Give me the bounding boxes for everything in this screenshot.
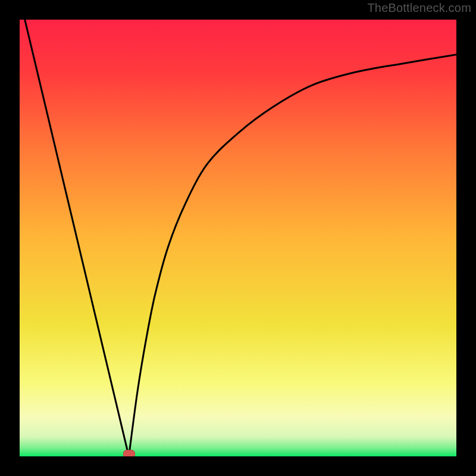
watermark-text: TheBottleneck.com xyxy=(367,1,471,15)
chart-frame: TheBottleneck.com xyxy=(0,0,476,476)
chart-svg xyxy=(20,20,456,456)
optimal-point-marker xyxy=(123,450,135,456)
gradient-background xyxy=(20,20,456,456)
plot-area xyxy=(20,20,456,456)
